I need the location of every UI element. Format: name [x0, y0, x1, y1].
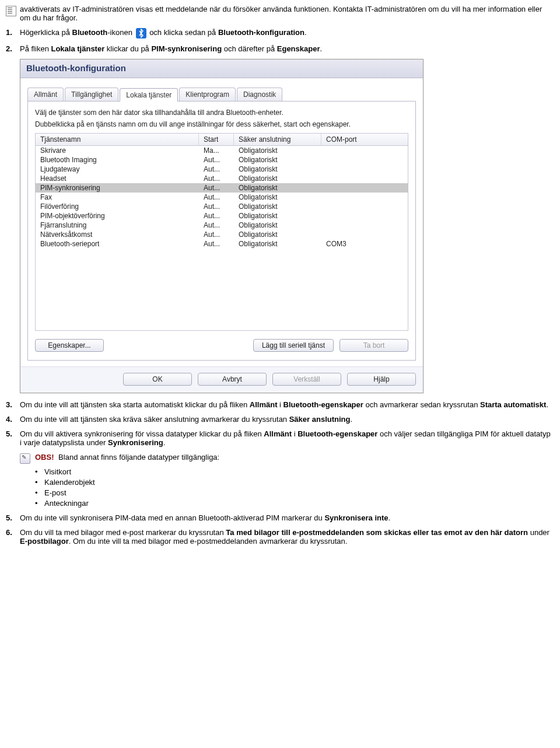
ok-button[interactable]: OK: [123, 373, 192, 386]
text: -ikonen: [107, 28, 134, 37]
service-row[interactable]: FaxAut...Obligatoriskt: [36, 193, 408, 202]
tab-panel-local-services: Välj de tjänster som den här dator ska t…: [27, 102, 416, 361]
cell-name: PIM-synkronisering: [36, 183, 199, 193]
cell-com: [321, 150, 380, 151]
cell-name: Fax: [36, 193, 199, 202]
step-6: 6. Om du vill ta med bilagor med e-post …: [6, 528, 554, 546]
text: i: [292, 429, 298, 438]
panel-button-row: Egenskaper... Lägg till seriell tjänst T…: [35, 339, 408, 352]
cell-secure: Obligatoriskt: [234, 211, 321, 221]
col-secure-connection[interactable]: Säker anslutning: [234, 134, 321, 145]
cell-secure: Obligatoriskt: [234, 221, 321, 230]
tab-lokala-tj-nster[interactable]: Lokala tjänster: [120, 88, 178, 102]
term-bluetooth: Bluetooth: [72, 28, 108, 37]
text: och klicka sedan på: [148, 28, 218, 37]
step-5b: 5. Om du inte vill synkronisera PIM-data…: [6, 513, 554, 522]
cell-start: Aut...: [199, 230, 234, 239]
cell-name: PIM-objektöverföring: [36, 211, 199, 221]
cell-name: Fjärranslutning: [36, 221, 199, 230]
help-button[interactable]: Hjälp: [347, 373, 416, 386]
service-row[interactable]: LjudgatewayAut...Obligatoriskt: [36, 165, 408, 174]
term-general: Allmänt: [250, 400, 278, 409]
cell-com: [321, 169, 380, 170]
term-bt-properties: Bluetooth-egenskaper: [284, 400, 363, 409]
cell-start: Aut...: [199, 193, 234, 202]
remove-button: Ta bort: [340, 339, 408, 352]
service-row[interactable]: FjärranslutningAut...Obligatoriskt: [36, 221, 408, 230]
service-row[interactable]: SkrivareMa...Obligatoriskt: [36, 146, 408, 155]
text: .: [350, 415, 352, 424]
dialog-title: Bluetooth-konfiguration: [20, 60, 423, 78]
text: .: [388, 513, 391, 522]
term-secure-connection: Säker anslutning: [289, 415, 351, 424]
cell-secure: Obligatoriskt: [234, 146, 321, 155]
services-list[interactable]: Tjänstenamn Start Säker anslutning COM-p…: [35, 133, 408, 331]
cell-com: [321, 197, 380, 198]
step-number: 2.: [6, 44, 12, 53]
intro-text: avaktiverats av IT-administratören visas…: [20, 5, 554, 22]
term-sync-not: Synkronisera inte: [324, 513, 388, 522]
col-start[interactable]: Start: [199, 134, 234, 145]
service-row[interactable]: PIM-objektöverföringAut...Obligatoriskt: [36, 211, 408, 221]
step-number: 5.: [6, 513, 12, 522]
cell-secure: Obligatoriskt: [234, 155, 321, 165]
cell-secure: Obligatoriskt: [234, 239, 321, 249]
cell-com: [321, 215, 380, 216]
tab-diagnostik[interactable]: Diagnostik: [237, 88, 282, 101]
cell-secure: Obligatoriskt: [234, 202, 321, 211]
steps-list: 1. Högerklicka på Bluetooth-ikonen och k…: [6, 28, 554, 53]
pencil-note-icon: [20, 453, 30, 464]
cell-name: Headset: [36, 174, 199, 183]
term-local-services: Lokala tjänster: [51, 44, 104, 53]
service-row[interactable]: Bluetooth ImagingAut...Obligatoriskt: [36, 155, 408, 165]
properties-button[interactable]: Egenskaper...: [35, 339, 104, 352]
tab-strip: AllmäntTillgänglighetLokala tjänsterKlie…: [27, 88, 416, 102]
cell-com: [321, 178, 380, 179]
service-row[interactable]: FilöverföringAut...Obligatoriskt: [36, 202, 408, 211]
datatype-list: Visitkort Kalenderobjekt E-post Anteckni…: [35, 467, 554, 508]
dialog-footer: OK Avbryt Verkställ Hjälp: [20, 366, 423, 393]
text: klickar du på: [104, 44, 151, 53]
service-row[interactable]: NätverksåtkomstAut...Obligatoriskt: [36, 230, 408, 239]
apply-button: Verkställ: [272, 373, 341, 386]
text: Om du inte vill att tjänsten ska starta …: [20, 400, 250, 409]
term-properties: Egenskaper: [277, 44, 320, 53]
term-pim-sync: PIM-synkronisering: [151, 44, 222, 53]
tab-klientprogram[interactable]: Klientprogram: [179, 88, 236, 101]
step-number: 4.: [6, 415, 12, 424]
cell-name: Nätverksåtkomst: [36, 230, 199, 239]
service-row[interactable]: Bluetooth-serieportAut...ObligatorisktCO…: [36, 239, 408, 249]
text: Om du inte vill att tjänsten ska kräva s…: [20, 415, 289, 424]
step-5a: 5. Om du vill aktivera synkronisering fö…: [6, 429, 554, 447]
tab-tillg-nglighet[interactable]: Tillgänglighet: [65, 88, 118, 101]
step-number: 6.: [6, 528, 12, 537]
step-number: 1.: [6, 28, 12, 37]
cell-secure: Obligatoriskt: [234, 183, 321, 193]
list-empty-area: [36, 249, 408, 330]
cell-com: [321, 234, 380, 235]
col-service-name[interactable]: Tjänstenamn: [36, 134, 199, 145]
col-com-port[interactable]: COM-port: [321, 134, 380, 145]
service-row[interactable]: HeadsetAut...Obligatoriskt: [36, 174, 408, 183]
list-item: Visitkort: [35, 467, 554, 476]
text: i: [277, 400, 283, 409]
list-item: Anteckningar: [35, 499, 554, 508]
tab-allm-nt[interactable]: Allmänt: [27, 88, 64, 101]
cell-start: Aut...: [199, 174, 234, 183]
text: Högerklicka på: [20, 28, 72, 37]
cell-com: [321, 206, 380, 207]
obs-note: OBS! Bland annat finns följande datatype…: [20, 453, 554, 464]
cell-start: Aut...: [199, 165, 234, 174]
cell-com: [321, 159, 380, 160]
cell-start: Aut...: [199, 239, 234, 249]
cell-secure: Obligatoriskt: [234, 165, 321, 174]
cancel-button[interactable]: Avbryt: [198, 373, 267, 386]
cell-start: Aut...: [199, 155, 234, 165]
list-item: Kalenderobjekt: [35, 478, 554, 487]
step-4: 4. Om du inte vill att tjänsten ska kräv…: [6, 415, 554, 424]
service-row[interactable]: PIM-synkroniseringAut...Obligatoriskt: [36, 183, 408, 193]
text: .: [163, 438, 166, 447]
step-number: 5.: [6, 429, 12, 438]
cell-com: [321, 187, 380, 188]
add-serial-service-button[interactable]: Lägg till seriell tjänst: [253, 339, 334, 352]
